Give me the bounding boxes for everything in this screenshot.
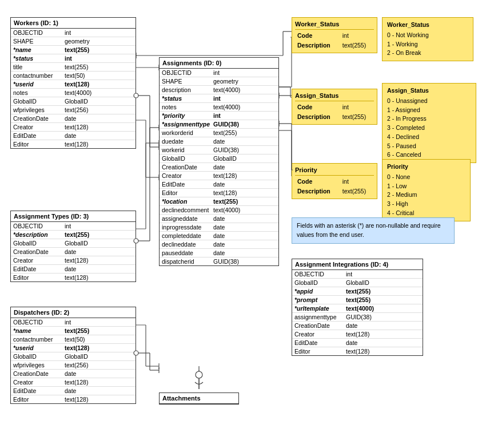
table-row: OBJECTIDint [11, 318, 136, 327]
table-row: *statusint [160, 94, 278, 103]
table-row: EditDatedate [11, 387, 136, 395]
table-row: CreationDatedate [11, 370, 136, 378]
attachments-header: Attachments [160, 393, 238, 404]
table-row: OBJECTIDint [11, 29, 136, 37]
table-row: Creatortext(128) [292, 330, 423, 339]
assign-status-values-title: Assign_Status [387, 86, 471, 96]
table-row: Editortext(128) [11, 273, 136, 282]
table-row: Editortext(128) [160, 189, 278, 197]
table-row: EditDatedate [292, 339, 423, 347]
table-row: notestext(4000) [11, 89, 136, 97]
table-row: Description text(255) [295, 187, 374, 197]
priority-table: Code int Description text(255) [295, 177, 374, 197]
table-row: Creatortext(128) [11, 123, 136, 132]
table-row: Description text(255) [295, 41, 374, 51]
table-row: wfprivilegestext(256) [11, 106, 136, 114]
assign-status-item: 3 - Completed [387, 124, 471, 133]
table-row: contactnumbertext(50) [11, 335, 136, 344]
table-row: GlobalIDGlobalID [11, 239, 136, 248]
table-row: wfprivilegestext(256) [11, 361, 136, 370]
assignment-types-table: Assignment Types (ID: 3) OBJECTIDint *de… [10, 211, 136, 282]
table-row: GlobalIDGlobalID [11, 352, 136, 361]
table-row: descriptiontext(4000) [160, 86, 278, 94]
table-row: notestext(4000) [160, 103, 278, 112]
table-row: CreationDatedate [160, 163, 278, 172]
table-row: Code int [295, 102, 374, 113]
table-row: *urltemplatetext(4000) [292, 304, 423, 313]
table-row: duedatedate [160, 137, 278, 146]
table-row: Description text(255) [295, 112, 374, 122]
table-row: dispatcheridGUID(38) [160, 257, 278, 265]
table-row: *assignmenttypeGUID(38) [160, 120, 278, 129]
table-row: inprogressdatedate [160, 223, 278, 232]
table-row: *useridtext(128) [11, 344, 136, 352]
table-row: *prompttext(255) [292, 296, 423, 304]
table-row: declineddatedate [160, 240, 278, 249]
priority-item: 4 - Critical [387, 209, 465, 218]
table-row: declinedcommenttext(4000) [160, 206, 278, 215]
table-row: *appidtext(255) [292, 287, 423, 296]
assignment-integrations-header: Assignment Integrations (ID: 4) [292, 259, 423, 270]
table-row: OBJECTIDint [292, 270, 423, 279]
svg-point-48 [196, 371, 202, 378]
dispatchers-header: Dispatchers (ID: 2) [11, 307, 136, 318]
table-row: *descriptiontext(255) [11, 231, 136, 239]
worker-status-values: Worker_Status 0 - Not Working 1 - Workin… [382, 17, 473, 61]
assign-status-item: 4 - Declined [387, 133, 471, 142]
table-row: titletext(255) [11, 63, 136, 72]
info-box-text: Fields with an asterisk (*) are non-null… [297, 222, 441, 238]
worker-status-item: 1 - Working [387, 40, 468, 49]
table-row: CreationDatedate [11, 248, 136, 256]
table-row: *statusint [11, 54, 136, 63]
table-row: workeridGUID(38) [160, 146, 278, 154]
priority-item: 0 - None [387, 173, 465, 182]
priority-item: 3 - High [387, 200, 465, 209]
table-row: assigneddatedate [160, 215, 278, 223]
priority-title: Priority [295, 165, 374, 176]
assign-status-item: 1 - Assigned [387, 106, 471, 115]
table-row: CreationDatedate [11, 114, 136, 123]
table-row: contactnumbertext(50) [11, 72, 136, 80]
table-row: Editortext(128) [11, 140, 136, 148]
table-row: CreationDatedate [292, 322, 423, 330]
table-row: GlobalIDGlobalID [160, 154, 278, 163]
assignment-integrations-table: Assignment Integrations (ID: 4) OBJECTID… [292, 259, 423, 356]
priority-item: 2 - Medium [387, 191, 465, 200]
worker-status-table: Code int Description text(255) [295, 31, 374, 51]
assign-status-title: Assign_Status [295, 91, 374, 101]
assignment-types-header: Assignment Types (ID: 3) [11, 211, 136, 222]
priority-values: Priority 0 - None 1 - Low 2 - Medium 3 -… [382, 159, 471, 221]
table-row: OBJECTIDint [11, 222, 136, 231]
assign-status-item: 2 - In Progress [387, 114, 471, 124]
table-row: pauseddatedate [160, 249, 278, 257]
table-row: *nametext(255) [11, 46, 136, 54]
worker-status-title: Worker_Status [295, 19, 374, 30]
table-row: Editortext(128) [11, 395, 136, 403]
table-row: completeddatedate [160, 232, 278, 240]
table-row: EditDatedate [11, 265, 136, 273]
dispatchers-table: Dispatchers (ID: 2) OBJECTIDint *nametex… [10, 307, 136, 404]
assignments-header: Assignments (ID: 0) [160, 58, 278, 69]
table-row: *nametext(255) [11, 327, 136, 335]
table-row: Creatortext(128) [160, 172, 278, 180]
table-row: *locationtext(255) [160, 197, 278, 206]
worker-status-lookup-small: Worker_Status Code int Description text(… [292, 17, 377, 53]
table-row: Editortext(128) [292, 347, 423, 355]
table-row: SHAPEgeometry [160, 77, 278, 86]
assign-status-item: 0 - Unassigned [387, 97, 471, 106]
table-row: workorderidtext(255) [160, 129, 278, 137]
table-row: GlobalIDGlobalID [11, 97, 136, 106]
priority-item: 1 - Low [387, 182, 465, 191]
table-row: GlobalIDGlobalID [292, 279, 423, 287]
assign-status-item: 6 - Canceled [387, 150, 471, 160]
workers-table: Workers (ID: 1) OBJECTIDint SHAPEgeometr… [10, 17, 136, 149]
info-box: Fields with an asterisk (*) are non-null… [292, 217, 455, 244]
table-row: EditDatedate [11, 132, 136, 140]
table-row: assignmenttypeGUID(38) [292, 313, 423, 322]
assign-status-item: 5 - Paused [387, 142, 471, 151]
table-row: Creatortext(128) [11, 256, 136, 265]
attachments-table: Attachments [159, 393, 239, 405]
worker-status-item: 2 - On Break [387, 49, 468, 58]
table-row: *priorityint [160, 112, 278, 120]
table-row: *useridtext(128) [11, 80, 136, 89]
